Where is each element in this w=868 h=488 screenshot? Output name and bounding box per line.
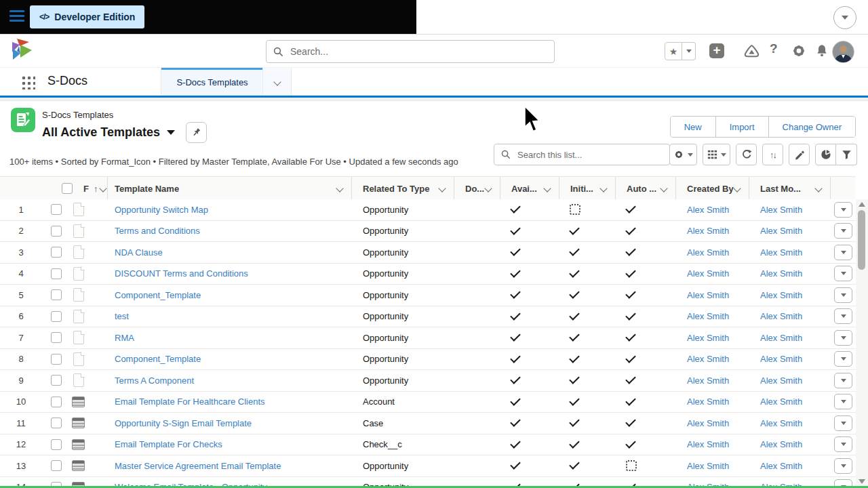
template-name-link[interactable]: test	[115, 311, 129, 321]
column-menu-icon[interactable]	[660, 184, 667, 192]
row-action-button[interactable]	[834, 245, 852, 260]
created-by-link[interactable]: Alex Smith	[687, 290, 729, 300]
favorites-caret-icon[interactable]	[682, 42, 696, 60]
column-menu-icon[interactable]	[814, 184, 822, 192]
view-caret-icon[interactable]	[167, 130, 175, 135]
row-checkbox[interactable]	[51, 204, 62, 215]
template-name-link[interactable]: DISCOUNT Terms and Conditions	[115, 268, 248, 279]
row-checkbox[interactable]	[51, 375, 62, 386]
created-by-link[interactable]: Alex Smith	[687, 226, 729, 236]
row-action-button[interactable]	[834, 458, 852, 474]
column-header-template-name[interactable]: Template Name	[108, 177, 352, 200]
column-menu-icon[interactable]	[100, 184, 107, 192]
row-checkbox[interactable]	[51, 289, 62, 300]
last-modified-link[interactable]: Alex Smith	[760, 311, 802, 321]
hamburger-menu-icon[interactable]	[9, 10, 24, 22]
last-modified-link[interactable]: Alex Smith	[760, 333, 802, 343]
row-checkbox[interactable]	[51, 418, 62, 428]
template-name-link[interactable]: RMA	[115, 333, 134, 343]
row-checkbox[interactable]	[51, 396, 62, 407]
trailhead-icon[interactable]	[743, 43, 760, 60]
column-menu-icon[interactable]	[543, 184, 551, 192]
new-button[interactable]: New	[671, 117, 715, 137]
template-name-link[interactable]: NDA Clause	[115, 247, 163, 258]
created-by-link[interactable]: Alex Smith	[687, 247, 729, 258]
help-icon[interactable]: ?	[770, 41, 778, 56]
row-checkbox[interactable]	[51, 226, 62, 237]
vertical-scrollbar[interactable]	[856, 199, 868, 488]
template-name-link[interactable]: Email Template For Checks	[115, 439, 222, 449]
row-checkbox[interactable]	[51, 268, 62, 279]
row-action-button[interactable]	[834, 330, 852, 346]
sort-button[interactable]: ↑↓	[762, 144, 783, 165]
template-name-link[interactable]: Master Service Agreement Email Template	[115, 461, 281, 471]
favorites-star-icon[interactable]: ★	[665, 42, 682, 60]
row-action-button[interactable]	[834, 436, 852, 452]
column-header-last-modified[interactable]: Last Mo...	[749, 177, 831, 200]
display-as-button[interactable]	[703, 144, 730, 165]
created-by-link[interactable]: Alex Smith	[687, 333, 729, 343]
column-header-format-icon[interactable]: F↑	[42, 177, 108, 200]
charts-button[interactable]	[815, 144, 836, 165]
filter-button[interactable]	[836, 144, 857, 165]
row-checkbox[interactable]	[51, 354, 62, 365]
row-checkbox[interactable]	[51, 460, 62, 471]
scrollbar-up-icon[interactable]	[859, 202, 865, 207]
developer-edition-chip[interactable]: </> Developer Edition	[30, 5, 144, 28]
created-by-link[interactable]: Alex Smith	[687, 418, 729, 428]
row-checkbox[interactable]	[51, 332, 62, 343]
last-modified-link[interactable]: Alex Smith	[760, 461, 802, 471]
scroll-down-button[interactable]	[833, 6, 856, 29]
last-modified-link[interactable]: Alex Smith	[760, 205, 802, 215]
column-header-related-to-type[interactable]: Related To Type	[352, 177, 454, 200]
row-action-button[interactable]	[834, 415, 852, 431]
global-search-input[interactable]	[289, 45, 522, 58]
setup-gear-icon[interactable]	[791, 43, 807, 59]
last-modified-link[interactable]: Alex Smith	[760, 268, 802, 279]
inline-edit-button[interactable]	[789, 144, 810, 165]
notifications-bell-icon[interactable]	[814, 43, 830, 59]
column-header-document[interactable]: Do...	[454, 177, 500, 200]
created-by-link[interactable]: Alex Smith	[687, 205, 729, 215]
row-action-button[interactable]	[834, 223, 852, 239]
column-menu-icon[interactable]	[438, 184, 446, 192]
list-settings-button[interactable]	[669, 144, 697, 165]
template-name-link[interactable]: Opportunity Switch Map	[115, 205, 208, 215]
created-by-link[interactable]: Alex Smith	[687, 439, 729, 449]
column-menu-icon[interactable]	[336, 184, 343, 192]
last-modified-link[interactable]: Alex Smith	[760, 290, 802, 300]
row-action-button[interactable]	[834, 394, 852, 409]
column-header-auto[interactable]: Auto ...	[616, 177, 676, 200]
scrollbar-thumb[interactable]	[858, 210, 865, 270]
scrollbar-down-icon[interactable]	[859, 479, 865, 484]
row-action-button[interactable]	[834, 373, 852, 388]
select-all-checkbox[interactable]	[62, 183, 73, 194]
last-modified-link[interactable]: Alex Smith	[760, 439, 802, 449]
change-owner-button[interactable]: Change Owner	[768, 117, 855, 137]
column-header-initial[interactable]: Initi...	[559, 177, 616, 200]
template-name-link[interactable]: Opportunity S-Sign Email Template	[115, 418, 252, 428]
import-button[interactable]: Import	[715, 117, 768, 137]
waffle-icon[interactable]	[20, 75, 35, 89]
template-name-link[interactable]: Terms A Component	[115, 375, 194, 386]
template-name-link[interactable]: Terms and Conditions	[115, 226, 200, 236]
last-modified-link[interactable]: Alex Smith	[760, 396, 802, 407]
last-modified-link[interactable]: Alex Smith	[760, 247, 802, 258]
last-modified-link[interactable]: Alex Smith	[760, 354, 802, 364]
created-by-link[interactable]: Alex Smith	[687, 354, 729, 364]
template-name-link[interactable]: Component_Template	[115, 354, 201, 364]
user-avatar[interactable]	[832, 41, 854, 63]
created-by-link[interactable]: Alex Smith	[687, 311, 729, 321]
column-menu-icon[interactable]	[484, 184, 492, 192]
column-header-created-by[interactable]: Created By	[676, 177, 749, 200]
pin-button[interactable]	[186, 122, 207, 143]
last-modified-link[interactable]: Alex Smith	[760, 226, 802, 236]
column-menu-icon[interactable]	[599, 184, 607, 192]
created-by-link[interactable]: Alex Smith	[687, 396, 729, 407]
template-name-link[interactable]: Component_Template	[115, 290, 201, 300]
list-search-input[interactable]	[516, 149, 648, 161]
row-action-button[interactable]	[834, 308, 852, 324]
tab-dropdown-button[interactable]	[262, 68, 292, 96]
column-header-available[interactable]: Avai...	[500, 177, 559, 200]
created-by-link[interactable]: Alex Smith	[687, 375, 729, 386]
